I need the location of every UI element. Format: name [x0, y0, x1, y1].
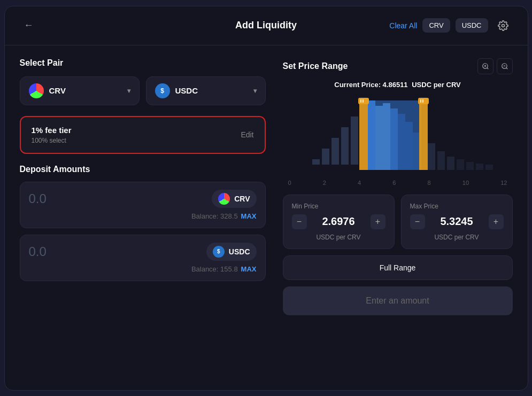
current-price-label: Current Price: — [334, 81, 381, 89]
current-price-unit: USDC per CRV — [412, 81, 461, 89]
x-label-4: 4 — [358, 180, 361, 186]
usdc-deposit-row: 0.0 $ USDC — [29, 243, 257, 261]
right-panel: Set Price Range Current Price: — [283, 58, 513, 315]
usdc-balance: Balance: 155.8 — [191, 265, 238, 273]
fee-tier-name: 1% fee tier — [32, 126, 72, 135]
crv-token-badge: CRV — [212, 190, 256, 208]
svg-line-2 — [487, 67, 488, 69]
usdc-chevron: ▾ — [253, 87, 257, 95]
min-price-value-row: − 2.6976 + — [292, 214, 385, 229]
usdc-deposit-input: 0.0 $ USDC Balance: 155.8 MAX — [20, 235, 266, 281]
usdc-tab[interactable]: USDC — [456, 18, 488, 33]
min-price-box: Min Price − 2.6976 + USDC per CRV — [283, 195, 395, 249]
svg-rect-8 — [312, 159, 320, 165]
fee-tier-box: 1% fee tier 100% select Edit — [20, 116, 266, 154]
app-container: ← Add Liquidity Clear All CRV USDC Selec… — [4, 6, 528, 391]
usdc-token-badge: $ USDC — [206, 243, 257, 261]
crv-deposit-input: 0.0 CRV Balance: 328.5 MAX — [20, 182, 266, 228]
chart-x-labels: 0 2 4 6 8 10 12 — [283, 180, 513, 186]
crv-symbol: CRV — [49, 86, 66, 95]
svg-rect-24 — [437, 151, 445, 170]
x-label-2: 2 — [323, 180, 326, 186]
svg-rect-16 — [375, 106, 383, 170]
crv-amount[interactable]: 0.0 — [29, 191, 47, 206]
fee-tier-select: 100% select — [32, 137, 72, 144]
usdc-icon: $ — [155, 83, 170, 98]
svg-rect-20 — [405, 122, 413, 170]
main-content: Select Pair CRV ▾ $ USDC ▾ 1% fee tier 1… — [5, 45, 528, 328]
usdc-badge-symbol: USDC — [229, 247, 250, 256]
enter-amount-button: Enter an amount — [283, 286, 513, 315]
x-label-12: 12 — [500, 180, 507, 186]
usdc-symbol: USDC — [175, 86, 198, 95]
fee-tier-edit-button[interactable]: Edit — [241, 130, 253, 139]
zoom-out-button[interactable] — [497, 58, 513, 74]
max-price-unit: USDC per CRV — [410, 234, 504, 241]
crv-balance-row: Balance: 328.5 MAX — [29, 212, 257, 220]
usdc-max-button[interactable]: MAX — [241, 265, 257, 273]
svg-rect-22 — [419, 100, 428, 170]
full-range-button[interactable]: Full Range — [283, 255, 513, 280]
left-panel: Select Pair CRV ▾ $ USDC ▾ 1% fee tier 1… — [20, 58, 266, 315]
svg-rect-30 — [358, 98, 369, 104]
crv-max-button[interactable]: MAX — [241, 212, 257, 220]
svg-rect-15 — [368, 100, 375, 170]
max-price-box: Max Price − 5.3245 + USDC per CRV — [401, 195, 513, 249]
header-actions: Clear All CRV USDC — [389, 16, 512, 35]
crv-deposit-row: 0.0 CRV — [29, 190, 257, 208]
svg-rect-33 — [418, 98, 429, 104]
svg-rect-18 — [390, 108, 398, 170]
x-label-0: 0 — [288, 180, 291, 186]
clear-all-button[interactable]: Clear All — [389, 21, 417, 30]
svg-rect-13 — [359, 100, 368, 170]
svg-rect-9 — [322, 149, 329, 165]
crv-dropdown[interactable]: CRV ▾ — [20, 76, 140, 105]
svg-rect-21 — [413, 133, 419, 170]
price-inputs: Min Price − 2.6976 + USDC per CRV Max Pr… — [283, 195, 513, 249]
svg-rect-28 — [476, 164, 483, 170]
crv-icon — [29, 83, 44, 98]
crv-badge-icon — [218, 193, 230, 205]
svg-line-6 — [506, 67, 507, 69]
zoom-in-button[interactable] — [477, 58, 494, 74]
x-label-10: 10 — [462, 180, 469, 186]
max-price-value: 5.3245 — [429, 215, 484, 228]
svg-rect-12 — [351, 117, 358, 165]
settings-button[interactable] — [494, 16, 513, 35]
usdc-balance-row: Balance: 155.8 MAX — [29, 265, 257, 273]
page-title: Add Liquidity — [235, 20, 297, 31]
svg-rect-27 — [466, 162, 474, 170]
usdc-badge-icon: $ — [213, 246, 225, 258]
deposit-section: Deposit Amounts 0.0 CRV Balance: 328.5 M… — [20, 165, 266, 281]
min-price-plus-button[interactable]: + — [371, 214, 385, 229]
min-price-value: 2.6976 — [311, 215, 366, 228]
current-price: Current Price: 4.86511 USDC per CRV — [283, 81, 513, 89]
svg-rect-11 — [341, 127, 349, 165]
select-pair-title: Select Pair — [20, 58, 266, 68]
max-price-plus-button[interactable]: + — [489, 214, 504, 229]
svg-rect-19 — [398, 114, 405, 170]
deposit-title: Deposit Amounts — [20, 165, 266, 174]
x-label-6: 6 — [392, 180, 396, 186]
max-price-label: Max Price — [410, 203, 504, 210]
svg-rect-26 — [457, 159, 464, 170]
max-price-minus-button[interactable]: − — [410, 214, 425, 229]
svg-rect-29 — [485, 165, 493, 170]
svg-rect-25 — [447, 157, 454, 170]
max-price-value-row: − 5.3245 + — [410, 214, 504, 229]
crv-chevron: ▾ — [127, 87, 130, 95]
svg-point-0 — [502, 24, 504, 27]
min-price-unit: USDC per CRV — [292, 234, 385, 241]
back-button[interactable]: ← — [20, 18, 38, 33]
svg-rect-23 — [428, 143, 435, 170]
liquidity-chart — [283, 95, 513, 175]
crv-badge-symbol: CRV — [234, 195, 250, 203]
pair-select: CRV ▾ $ USDC ▾ — [20, 76, 266, 105]
crv-tab[interactable]: CRV — [422, 18, 450, 33]
usdc-amount[interactable]: 0.0 — [29, 244, 47, 259]
min-price-minus-button[interactable]: − — [292, 214, 307, 229]
x-label-8: 8 — [428, 180, 431, 186]
usdc-dropdown[interactable]: $ USDC ▾ — [146, 76, 266, 105]
zoom-controls — [477, 58, 513, 74]
price-range-title: Set Price Range — [283, 61, 348, 71]
